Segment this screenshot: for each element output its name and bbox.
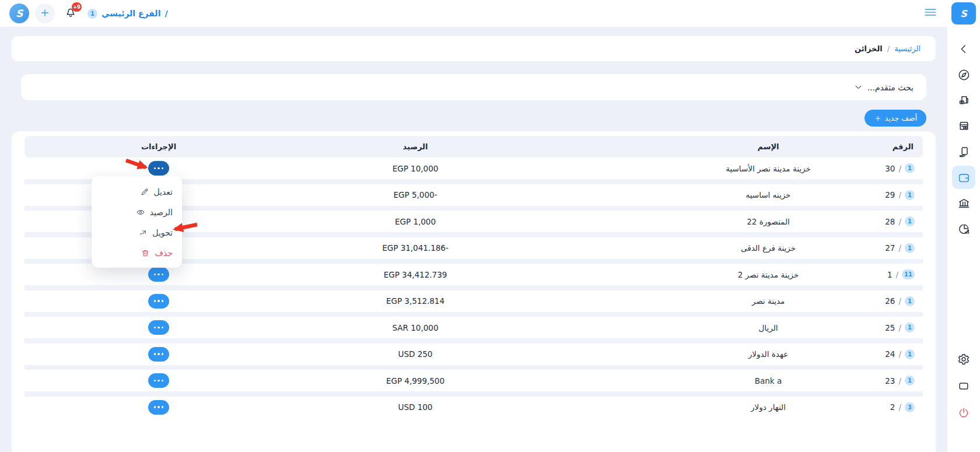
menu-item-label: حذف — [155, 248, 173, 258]
row-number-separator: / — [898, 164, 901, 173]
row-actions-button[interactable] — [148, 400, 169, 415]
header-number: الرقم — [835, 142, 923, 151]
plus-icon — [874, 114, 882, 122]
sidebar-item-payments[interactable] — [952, 140, 975, 163]
row-actions-cell — [24, 400, 293, 415]
row-balance: EGP 5,000- — [293, 190, 538, 199]
row-actions-button[interactable] — [148, 320, 169, 335]
ellipsis-icon — [162, 353, 163, 355]
row-balance: EGP 31,041.186- — [293, 243, 538, 253]
row-name: خزينة مدينة نصر 2 — [701, 270, 835, 279]
row-count-badge: 1 — [905, 376, 915, 386]
table-row: 26 / 1 مدينة نصر EGP 3,512.814 — [24, 290, 923, 312]
row-actions-button[interactable] — [148, 294, 169, 309]
row-count-badge: 1 — [905, 190, 915, 200]
row-count-badge: 1 — [905, 296, 915, 306]
row-number-separator: / — [898, 190, 901, 199]
sidebar-item-reports[interactable] — [952, 217, 975, 240]
sidebar-item-banks[interactable] — [952, 191, 975, 215]
notifications-button[interactable]: +9 — [64, 6, 77, 21]
row-number: 1 — [887, 270, 892, 279]
ellipsis-icon — [162, 380, 163, 381]
sidebar-item-dashboard[interactable] — [952, 63, 975, 86]
menu-toggle-button[interactable] — [923, 5, 938, 22]
row-number-separator: / — [896, 270, 899, 279]
advanced-search-toggle[interactable]: بحث متقدم... — [21, 74, 926, 100]
row-balance: EGP 1,000 — [293, 217, 538, 226]
wallet-icon — [957, 171, 971, 184]
row-number: 28 — [885, 217, 895, 226]
row-number: 29 — [885, 190, 895, 199]
sidebar-item-collapse[interactable] — [952, 37, 975, 61]
row-actions-button[interactable] — [148, 373, 169, 388]
sidebar-logo: S — [951, 2, 976, 24]
quick-add-button[interactable] — [35, 3, 55, 23]
row-count-badge: 11 — [902, 269, 915, 279]
sidebar-item-invoices[interactable] — [952, 89, 975, 112]
row-balance: USD 100 — [293, 402, 538, 412]
row-number: 27 — [885, 243, 895, 253]
row-count-badge: 1 — [905, 349, 915, 359]
treasuries-table-card: الرقم الإسم الرصيد الإجراءات 30 / 1 خزين… — [12, 131, 936, 452]
pencil-icon — [140, 187, 149, 197]
row-name: Bank a — [701, 376, 835, 386]
ellipsis-icon — [162, 327, 163, 328]
menu-item-delete[interactable]: حذف — [92, 243, 182, 263]
compass-icon — [957, 68, 971, 82]
row-actions-button[interactable] — [148, 161, 169, 176]
sidebar-footer — [957, 353, 970, 419]
app-logo: S — [9, 3, 29, 23]
row-actions-cell — [24, 267, 293, 282]
add-new-button[interactable]: أضف جديد — [864, 110, 926, 127]
table-row: 25 / 1 الريال SAR 10,000 — [24, 317, 923, 338]
row-number-cell: 1 / 11 — [835, 269, 923, 279]
breadcrumb-separator: / — [887, 44, 890, 53]
row-actions-button[interactable] — [148, 347, 169, 362]
row-number-separator: / — [898, 376, 901, 386]
row-number-cell: 23 / 1 — [835, 376, 923, 386]
hand-card-icon — [957, 145, 971, 159]
row-number: 26 — [885, 296, 895, 306]
row-number-cell: 2 / 3 — [835, 402, 923, 412]
row-number: 23 — [885, 376, 895, 386]
row-count-badge: 1 — [905, 243, 915, 253]
advanced-search-label: بحث متقدم... — [867, 83, 914, 92]
row-balance: SAR 10,000 — [293, 323, 538, 332]
ellipsis-icon — [162, 274, 163, 275]
sidebar-item-pos[interactable] — [952, 114, 975, 138]
menu-item-balance[interactable]: الرصيد — [92, 202, 182, 222]
row-actions-cell — [24, 294, 293, 309]
app-root: S +9 1 الفرع الرئيسي / S الرئيسية / — [0, 0, 980, 452]
row-number: 25 — [885, 323, 895, 332]
menu-item-transfer[interactable]: تحويل — [92, 222, 182, 243]
row-name: النهار دولار — [701, 402, 835, 412]
breadcrumb-current: الخزائن — [855, 44, 883, 53]
sidebar-item-settings[interactable] — [957, 353, 970, 366]
chevron-left-icon — [957, 43, 970, 55]
menu-item-label: تعديل — [154, 187, 173, 197]
row-name: عهدة الدولار — [701, 349, 835, 359]
trash-icon — [141, 248, 150, 258]
row-balance: EGP 10,000 — [293, 164, 538, 173]
breadcrumb: الرئيسية / الخزائن — [855, 44, 921, 53]
row-number-separator: / — [898, 402, 901, 412]
eye-icon — [136, 208, 145, 217]
menu-item-edit[interactable]: تعديل — [92, 181, 182, 202]
row-actions-cell — [24, 347, 293, 362]
row-number-separator: / — [898, 296, 901, 306]
header-name: الإسم — [701, 142, 835, 151]
sidebar-item-logout[interactable] — [957, 407, 970, 419]
breadcrumb-card: الرئيسية / الخزائن — [12, 36, 936, 61]
row-actions-button[interactable] — [148, 267, 169, 282]
breadcrumb-home-link[interactable]: الرئيسية — [894, 44, 921, 53]
sidebar-item-window[interactable] — [957, 380, 970, 393]
row-actions-menu: تعديل الرصيد تحويل حذف — [92, 176, 182, 268]
row-number: 2 — [890, 402, 895, 412]
branch-count-badge: 1 — [88, 9, 97, 19]
branch-selector[interactable]: 1 الفرع الرئيسي / — [88, 9, 168, 19]
row-number-cell: 26 / 1 — [835, 296, 923, 306]
hamburger-icon — [923, 5, 938, 22]
table-header-row: الرقم الإسم الرصيد الإجراءات — [24, 136, 923, 157]
transfer-icon — [138, 228, 148, 237]
sidebar-item-treasuries[interactable] — [952, 166, 975, 189]
